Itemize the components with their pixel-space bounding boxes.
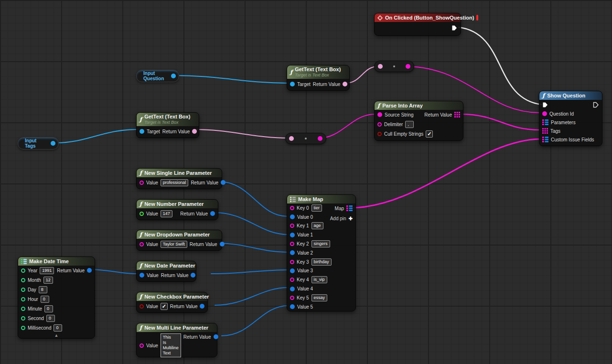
tags-array-pin[interactable]: [542, 128, 548, 134]
value-0-pin[interactable]: [290, 214, 295, 219]
source-string-pin[interactable]: [377, 112, 382, 117]
value-field[interactable]: professional: [161, 179, 189, 186]
wire-number-to-value1[interactable]: [215, 213, 288, 235]
value-pin[interactable]: [140, 273, 144, 278]
value-field[interactable]: 147: [161, 210, 172, 217]
second-pin[interactable]: [21, 316, 25, 321]
value-field[interactable]: Taylor Swift: [161, 241, 187, 248]
return-value-pin[interactable]: [200, 304, 204, 309]
node-show-question[interactable]: ƒ Show Question Question Id Parameters T…: [539, 91, 602, 146]
return-value-pin[interactable]: [221, 180, 225, 185]
key-4-pin[interactable]: [290, 278, 294, 282]
reroute-out-pin[interactable]: [406, 64, 410, 69]
wire-exec[interactable]: [459, 27, 542, 105]
exec-out-pin[interactable]: [451, 25, 458, 31]
year-pin[interactable]: [21, 268, 25, 273]
node-gettext-question[interactable]: ƒ GetText (Text Box) Target is Text Box …: [287, 65, 350, 91]
node-parse-into-array[interactable]: ƒ Parse Into Array Source String Return …: [374, 101, 463, 141]
key-4-field[interactable]: is_vip: [311, 276, 327, 283]
return-value-pin[interactable]: [210, 211, 215, 216]
minute-pin[interactable]: [21, 307, 25, 311]
node-new-date-parameter[interactable]: ƒ New Date Parameter Value Return Value: [136, 261, 196, 282]
value-4-pin[interactable]: [290, 287, 295, 291]
wire-map-to-customfields[interactable]: [354, 139, 540, 208]
exec-out-pin[interactable]: [593, 102, 599, 108]
month-pin[interactable]: [21, 278, 25, 282]
value-pin[interactable]: [140, 181, 144, 185]
wire-dropdown-to-value2[interactable]: [216, 243, 288, 252]
key-3-pin[interactable]: [290, 260, 294, 264]
key-2-pin[interactable]: [290, 242, 294, 246]
cull-empty-strings-pin[interactable]: [377, 132, 382, 136]
wire-checkbox-to-value4[interactable]: [215, 288, 288, 305]
key-3-field[interactable]: birthday: [311, 258, 332, 266]
node-new-checkbox-parameter[interactable]: ƒ New Checkbox Parameter Value ✓ Return …: [136, 292, 208, 313]
value-multiline-field[interactable]: This Is Multiline Text: [161, 333, 181, 357]
reroute-out-pin[interactable]: [318, 136, 322, 141]
value-out-pin[interactable]: [51, 141, 55, 146]
minute-field[interactable]: 0: [44, 305, 53, 312]
reroute-node-tags[interactable]: [285, 133, 326, 144]
blueprint-graph-canvas[interactable]: On Clicked (Button_ShowQuestion) Input Q…: [0, 0, 612, 364]
return-value-pin[interactable]: [87, 268, 92, 273]
node-make-date-time[interactable]: Make Date Time Year 1991 Return Value Mo…: [18, 257, 95, 339]
millisecond-field[interactable]: 0: [54, 324, 62, 332]
cull-empty-strings-checkbox[interactable]: ✓: [426, 130, 433, 138]
value-out-pin[interactable]: [171, 74, 176, 78]
wire-date-to-value3[interactable]: [211, 270, 288, 274]
key-5-field[interactable]: essay: [311, 294, 328, 301]
key-1-pin[interactable]: [290, 224, 294, 228]
value-pin[interactable]: [140, 242, 144, 246]
return-value-pin[interactable]: [343, 82, 347, 86]
node-new-number-parameter[interactable]: ƒ New Number Parameter Value 147 Return …: [136, 199, 218, 220]
key-2-field[interactable]: singers: [311, 240, 330, 247]
question-id-pin[interactable]: [542, 111, 547, 116]
custom-issue-fields-map-pin[interactable]: [542, 137, 548, 142]
value-pin[interactable]: [140, 212, 144, 216]
return-value-pin[interactable]: [192, 129, 197, 134]
year-field[interactable]: 1991: [40, 267, 54, 274]
hour-field[interactable]: 0: [41, 296, 49, 303]
target-pin[interactable]: [140, 129, 144, 134]
node-gettext-tags[interactable]: ƒ GetText (Text Box) Target is Text Box …: [136, 112, 199, 138]
hour-pin[interactable]: [21, 297, 25, 301]
target-pin[interactable]: [290, 82, 295, 86]
return-value-pin[interactable]: [214, 334, 218, 339]
wire-gettext2-to-reroute[interactable]: [194, 129, 289, 138]
reroute-in-pin[interactable]: [378, 64, 383, 69]
node-make-map[interactable]: Make Map Map Add pin ✚ Key 0 tier Value …: [287, 194, 356, 311]
key-0-field[interactable]: tier: [311, 204, 322, 212]
wire-input-tags[interactable]: [56, 129, 137, 143]
parameters-map-pin[interactable]: [542, 119, 548, 125]
millisecond-pin[interactable]: [21, 326, 25, 330]
wire-multiline-to-value5[interactable]: [222, 306, 288, 336]
key-0-pin[interactable]: [290, 206, 294, 210]
return-value-pin[interactable]: [220, 242, 225, 246]
wire-reroute-to-source[interactable]: [319, 114, 375, 138]
wire-singleline-to-value0[interactable]: [218, 182, 288, 216]
key-1-field[interactable]: age: [311, 222, 323, 229]
reroute-in-pin[interactable]: [289, 136, 294, 141]
wire-input-question[interactable]: [174, 75, 288, 83]
value-5-pin[interactable]: [290, 304, 295, 309]
return-array-pin[interactable]: [454, 112, 460, 118]
node-on-clicked[interactable]: On Clicked (Button_ShowQuestion): [374, 13, 461, 36]
wire-datetime-to-date[interactable]: [89, 269, 137, 274]
return-value-pin[interactable]: [191, 273, 195, 278]
node-new-dropdown-parameter[interactable]: ƒ New Dropdown Parameter Value Taylor Sw…: [136, 230, 222, 251]
delimiter-field[interactable]: ,: [405, 121, 414, 128]
node-new-multi-line-parameter[interactable]: ƒ New Multi Line Parameter Value This Is…: [136, 323, 217, 357]
wire-gettext-to-reroute[interactable]: [346, 66, 378, 83]
node-input-question[interactable]: Input Question: [136, 70, 179, 82]
exec-in-pin[interactable]: [542, 102, 548, 108]
value-pin[interactable]: [140, 304, 144, 309]
value-3-pin[interactable]: [290, 268, 295, 273]
wire-array-to-tags[interactable]: [461, 114, 540, 130]
value-pin[interactable]: [140, 343, 144, 348]
node-new-single-line-parameter[interactable]: ƒ New Single Line Parameter Value profes…: [136, 168, 222, 189]
delegate-pin[interactable]: [476, 15, 478, 21]
month-field[interactable]: 12: [43, 277, 53, 284]
delimiter-pin[interactable]: [377, 122, 382, 127]
day-field[interactable]: 8: [39, 286, 47, 293]
key-5-pin[interactable]: [290, 296, 294, 300]
